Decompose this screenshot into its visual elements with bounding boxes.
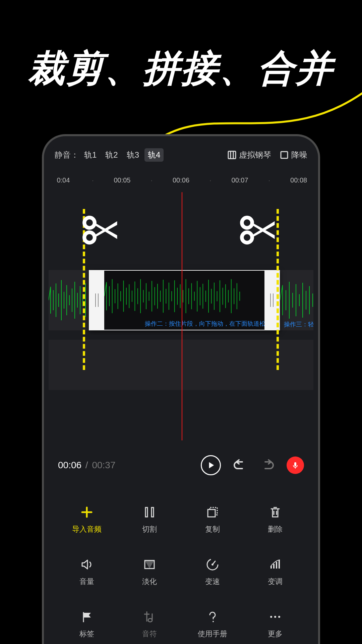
svg-point-33: [278, 616, 280, 618]
playback-bar: 00:06 / 00:37: [49, 440, 313, 490]
tool-label: 切割: [142, 524, 157, 534]
fade-icon: [142, 557, 157, 572]
note-icon: [142, 609, 157, 624]
tool-label: 使用手册: [198, 629, 227, 639]
gauge-icon: [205, 557, 220, 572]
svg-rect-14: [208, 509, 215, 517]
timeline[interactable]: 操作二：按住片段，向下拖动，在下面轨道松开 操作三：轻轻: [49, 192, 313, 440]
current-time: 00:06: [58, 460, 81, 470]
virtual-piano-button[interactable]: 虚拟钢琴: [228, 150, 271, 160]
tool-speed[interactable]: 变速: [181, 546, 244, 598]
trash-icon: [268, 505, 283, 520]
tool-label: 淡化: [142, 577, 157, 587]
svg-point-28: [148, 619, 152, 622]
checkbox-icon: [280, 151, 289, 159]
noise-reduce-toggle[interactable]: 降噪: [280, 150, 307, 160]
tool-more[interactable]: 更多: [244, 598, 307, 644]
ruler-tick: 00:07: [225, 176, 255, 184]
tool-import[interactable]: 导入音频: [55, 493, 118, 546]
tool-label: 更多: [268, 629, 283, 639]
track-4[interactable]: 轨4: [144, 148, 164, 162]
tool-label: 音符: [142, 629, 157, 639]
tool-manual[interactable]: 使用手册: [181, 598, 244, 644]
svg-point-7: [242, 232, 252, 243]
topbar: 静音： 轨1 轨2 轨3 轨4 虚拟钢琴 降噪: [49, 141, 313, 166]
tool-volume[interactable]: 音量: [55, 546, 118, 598]
svg-rect-8: [294, 462, 296, 466]
help-icon: [205, 609, 220, 624]
svg-point-20: [212, 564, 214, 566]
speaker-icon: [79, 557, 94, 572]
clip-handle-left[interactable]: [89, 271, 104, 330]
phone-frame: 静音： 轨1 轨2 轨3 轨4 虚拟钢琴 降噪 0:04: [42, 134, 320, 644]
split-icon: [142, 505, 157, 520]
tool-pitch[interactable]: 变调: [244, 546, 307, 598]
tool-label: 标签: [79, 629, 94, 639]
audio-clip[interactable]: 操作二：按住片段，向下拖动，在下面轨道松开: [89, 270, 280, 330]
tool-fade[interactable]: 淡化: [118, 546, 181, 598]
tool-note[interactable]: 音符: [118, 598, 181, 644]
copy-icon: [205, 505, 220, 520]
undo-icon: [232, 458, 247, 473]
phone-screen: 静音： 轨1 轨2 轨3 轨4 虚拟钢琴 降噪 0:04: [49, 141, 313, 644]
scissors-icon: [240, 215, 277, 245]
tool-label: 音量: [79, 577, 94, 587]
microphone-icon: [291, 461, 299, 469]
svg-point-5: [84, 232, 95, 243]
plus-icon: [79, 505, 94, 520]
ruler-dot: ·: [196, 176, 225, 184]
ruler-dot: ·: [137, 176, 166, 184]
trim-marker-right[interactable]: [277, 209, 279, 370]
tool-tag[interactable]: 标签: [55, 598, 118, 644]
redo-button[interactable]: [258, 456, 277, 475]
play-icon: [208, 462, 215, 469]
noise-reduce-label: 降噪: [291, 150, 307, 160]
ruler-tick: 0:04: [49, 176, 78, 184]
tool-label: 变速: [205, 577, 220, 587]
svg-rect-0: [228, 151, 236, 159]
tool-copy[interactable]: 复制: [181, 493, 244, 546]
track-2[interactable]: 轨2: [102, 148, 121, 162]
svg-point-6: [242, 218, 252, 228]
mute-label: 静音：: [55, 150, 79, 160]
tool-grid: 导入音频 切割 复制 删除 音量 淡化: [49, 490, 313, 644]
svg-point-4: [84, 218, 95, 228]
track-row-below[interactable]: [49, 340, 313, 390]
svg-rect-13: [152, 507, 154, 517]
hero-title: 裁剪、拼接、合并: [0, 44, 362, 94]
tool-label: 复制: [205, 524, 220, 534]
tool-label: 导入音频: [72, 524, 102, 534]
playhead[interactable]: [182, 192, 182, 440]
total-time: 00:37: [92, 460, 115, 470]
flag-icon: [79, 609, 94, 624]
time-ruler[interactable]: 0:04 · 00:05 · 00:06 · 00:07 · 00:08: [49, 166, 313, 192]
tool-cut[interactable]: 切割: [118, 493, 181, 546]
time-separator: /: [85, 460, 88, 470]
redo-icon: [260, 458, 275, 473]
play-button[interactable]: [201, 455, 221, 475]
waveform-after: 操作三：轻轻: [280, 270, 313, 330]
undo-button[interactable]: [230, 456, 249, 475]
ruler-tick: 00:05: [108, 176, 137, 184]
record-button[interactable]: [287, 457, 304, 474]
track-3[interactable]: 轨3: [123, 148, 142, 162]
tool-delete[interactable]: 删除: [244, 493, 307, 546]
svg-point-32: [274, 616, 276, 618]
ruler-tick: 00:08: [284, 176, 313, 184]
track-1[interactable]: 轨1: [81, 148, 100, 162]
virtual-piano-label: 虚拟钢琴: [239, 150, 271, 160]
ruler-tick: 00:06: [166, 176, 196, 184]
svg-rect-3: [281, 152, 288, 158]
svg-rect-12: [145, 507, 147, 517]
tool-label: 变调: [268, 577, 283, 587]
svg-point-31: [270, 616, 272, 618]
piano-icon: [228, 151, 236, 159]
dots-icon: [268, 609, 283, 624]
hint-text-drag: 操作二：按住片段，向下拖动，在下面轨道松开: [145, 320, 272, 328]
hint-text-right: 操作三：轻轻: [284, 320, 313, 328]
svg-point-30: [213, 621, 214, 622]
tool-label: 删除: [268, 524, 283, 534]
ruler-dot: ·: [78, 176, 108, 184]
bars-icon: [268, 557, 283, 572]
time-display: 00:06 / 00:37: [58, 460, 116, 471]
